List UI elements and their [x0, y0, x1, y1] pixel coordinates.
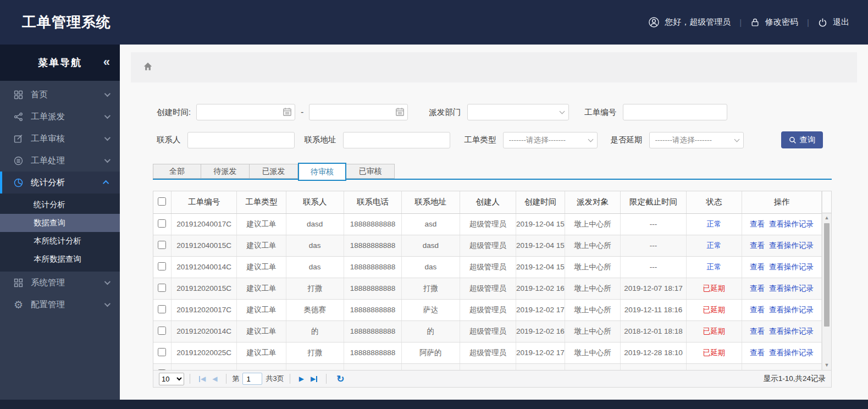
page-number-input[interactable]: [242, 373, 262, 385]
chevron-down-icon: [104, 279, 110, 285]
view-operation-record-link[interactable]: 查看操作记录: [769, 220, 814, 228]
search-button[interactable]: 查询: [781, 131, 823, 148]
view-link[interactable]: 查看: [750, 349, 765, 357]
submenu-item-local-statistics[interactable]: 本所统计分析: [0, 232, 120, 250]
chevron-down-icon: [104, 301, 110, 307]
next-page-button[interactable]: ▶: [299, 375, 304, 383]
order-type-select[interactable]: -------请选择-------: [503, 132, 598, 148]
cell-creator: 超级管理员: [460, 213, 516, 235]
view-operation-record-link[interactable]: 查看操作记录: [769, 241, 814, 250]
create-time-end-input[interactable]: [309, 104, 408, 120]
cell-target: 墩上中心所: [565, 320, 620, 342]
view-link[interactable]: 查看: [750, 306, 765, 314]
row-checkbox[interactable]: [158, 327, 166, 335]
row-checkbox[interactable]: [158, 369, 166, 371]
view-operation-record-link[interactable]: 查看操作记录: [769, 327, 814, 335]
sidebar-item-review[interactable]: 工单审核: [0, 128, 120, 150]
cell-created: 2019-12-02 17: [516, 299, 565, 320]
logout-button[interactable]: 退出: [818, 17, 849, 27]
cell-creator: 超级管理员: [460, 299, 516, 320]
column-header: 工单类型: [237, 191, 286, 213]
cell-type: 建议工单: [237, 235, 286, 256]
first-page-button[interactable]: ◀: [199, 375, 206, 383]
delay-label: 是否延期: [611, 135, 643, 145]
tab-0[interactable]: 全部: [153, 164, 201, 179]
table-row: 201912040014C建议工单das18888888888das超级管理员2…: [153, 256, 822, 278]
sidebar-item-home[interactable]: 首页: [0, 84, 120, 106]
cell-address: [402, 363, 460, 371]
checkbox-cell: [153, 278, 171, 299]
dispatch-dept-select[interactable]: [467, 104, 569, 120]
cell-order_no: 201912040015C: [171, 235, 237, 256]
sidebar-collapse-icon[interactable]: «: [103, 55, 110, 69]
row-checkbox[interactable]: [158, 305, 166, 313]
sidebar-item-label: 首页: [31, 89, 104, 101]
view-operation-record-link[interactable]: 查看操作记录: [769, 306, 814, 314]
view-link[interactable]: 查看: [750, 284, 765, 292]
cell-order_no: 201912020014C: [171, 320, 237, 342]
status-cell: 已延期: [686, 320, 742, 342]
home-grid-icon: [13, 90, 24, 100]
tab-4[interactable]: 已审核: [346, 164, 395, 179]
home-icon[interactable]: [143, 62, 153, 74]
tab-1[interactable]: 待派发: [201, 164, 250, 179]
last-page-button[interactable]: ▶: [311, 375, 317, 383]
create-time-start-input[interactable]: [196, 104, 295, 120]
delay-select[interactable]: -------请选择-------: [649, 132, 744, 148]
sidebar-header: 菜单导航 «: [0, 45, 120, 81]
scrollbar-thumb[interactable]: [824, 223, 830, 327]
submenu-item-data-query[interactable]: 数据查询: [0, 214, 120, 232]
scroll-up-icon[interactable]: ▲: [822, 213, 831, 222]
sidebar-item-dispatch[interactable]: 工单派发: [0, 106, 120, 128]
tab-2[interactable]: 已派发: [250, 164, 298, 179]
contact-input[interactable]: [187, 132, 295, 148]
view-operation-record-link[interactable]: 查看操作记录: [769, 284, 814, 292]
submenu-item-local-data-query[interactable]: 本所数据查询: [0, 250, 120, 268]
row-checkbox[interactable]: [158, 241, 166, 249]
cell-deadline: 2018-12-01 18:18: [621, 320, 687, 342]
sidebar-item-system[interactable]: 系统管理: [0, 272, 120, 294]
sidebar-item-label: 工单审核: [31, 133, 104, 145]
prev-page-button[interactable]: ◀: [212, 375, 217, 383]
sidebar-item-label: 工单处理: [31, 155, 104, 167]
row-checkbox[interactable]: [158, 219, 166, 228]
sidebar-item-statistics[interactable]: 统计分析: [0, 172, 120, 194]
separator: |: [807, 18, 809, 27]
row-checkbox[interactable]: [158, 284, 166, 292]
order-no-input[interactable]: [623, 104, 727, 120]
column-header: 联系人: [286, 191, 344, 213]
tab-3[interactable]: 待审核: [298, 163, 346, 181]
change-password-button[interactable]: 修改密码: [750, 17, 798, 27]
address-input[interactable]: [343, 132, 450, 148]
view-operation-record-link[interactable]: 查看操作记录: [769, 263, 814, 271]
cell-type: 建议工单: [237, 213, 286, 235]
sidebar-item-process[interactable]: 工单处理: [0, 150, 120, 172]
vertical-scrollbar[interactable]: ▲ ▼: [822, 191, 831, 370]
cell-phone: 18888888888: [344, 278, 401, 299]
chevron-down-icon: [104, 113, 110, 119]
view-operation-record-link[interactable]: 查看操作记录: [769, 349, 814, 357]
refresh-icon[interactable]: ↻: [336, 373, 344, 385]
table-row: 201912020015C建议工单打撒18888888888打撒超级管理员201…: [153, 278, 822, 299]
sidebar-item-config[interactable]: ⚙ 配置管理: [0, 294, 120, 316]
view-link[interactable]: 查看: [750, 263, 765, 271]
row-checkbox[interactable]: [158, 348, 166, 356]
status-cell: 正常: [686, 256, 742, 278]
cell-target: 墩上中心所: [565, 235, 620, 256]
user-greeting[interactable]: 您好，超级管理员: [649, 17, 731, 27]
record-info: 显示1-10,共24记录: [764, 374, 826, 384]
page-size-select[interactable]: 10: [159, 373, 184, 385]
view-link[interactable]: 查看: [750, 241, 765, 250]
cell-address: dasd: [402, 235, 460, 256]
column-header: 创建人: [460, 191, 516, 213]
cell-order_no: 201912040017C: [171, 213, 237, 235]
submenu-item-statistics[interactable]: 统计分析: [0, 196, 120, 214]
scroll-down-icon[interactable]: ▼: [822, 361, 831, 369]
cell-order_no: 201912020017C: [171, 299, 237, 320]
operations-cell: 查看查看操作记录: [742, 235, 822, 256]
view-link[interactable]: 查看: [750, 220, 765, 228]
select-all-checkbox[interactable]: [158, 197, 166, 206]
cell-type: 建议工单: [237, 320, 286, 342]
row-checkbox[interactable]: [158, 262, 166, 270]
view-link[interactable]: 查看: [750, 327, 765, 335]
